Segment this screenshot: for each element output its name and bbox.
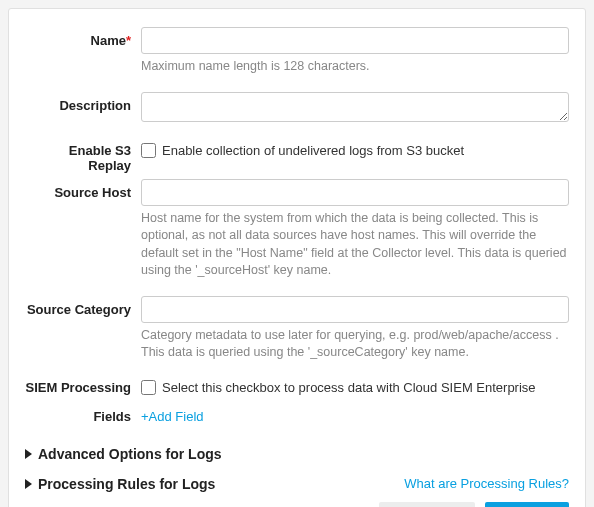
row-source-category: Source Category Category metadata to use…: [25, 296, 569, 372]
save-button[interactable]: Save: [485, 502, 569, 508]
source-category-input[interactable]: [141, 296, 569, 323]
label-name: Name*: [25, 27, 141, 48]
source-host-help: Host name for the system from which the …: [141, 210, 569, 280]
row-name: Name* Maximum name length is 128 charact…: [25, 27, 569, 86]
processing-rules-toggle[interactable]: Processing Rules for Logs: [25, 476, 215, 492]
label-description: Description: [25, 92, 141, 113]
processing-rules-row: Processing Rules for Logs What are Proce…: [25, 476, 569, 492]
siem-checkbox[interactable]: [141, 380, 156, 395]
source-host-input[interactable]: [141, 179, 569, 206]
advanced-options-toggle[interactable]: Advanced Options for Logs: [25, 446, 569, 462]
source-category-help: Category metadata to use later for query…: [141, 327, 569, 362]
s3replay-checkbox-label: Enable collection of undelivered logs fr…: [162, 143, 464, 158]
label-fields: Fields: [25, 405, 141, 424]
caret-right-icon: [25, 449, 32, 459]
cancel-button[interactable]: Cancel: [379, 502, 475, 508]
name-input[interactable]: [141, 27, 569, 54]
required-marker: *: [126, 33, 131, 48]
add-field-link[interactable]: +Add Field: [141, 409, 204, 424]
label-s3replay: Enable S3 Replay: [25, 141, 141, 173]
advanced-options-label: Advanced Options for Logs: [38, 446, 222, 462]
source-config-panel: Name* Maximum name length is 128 charact…: [8, 8, 586, 507]
s3replay-checkbox[interactable]: [141, 143, 156, 158]
label-siem: SIEM Processing: [25, 378, 141, 395]
label-source-category: Source Category: [25, 296, 141, 317]
processing-rules-label: Processing Rules for Logs: [38, 476, 215, 492]
siem-checkbox-label: Select this checkbox to process data wit…: [162, 380, 536, 395]
description-input[interactable]: [141, 92, 569, 122]
processing-rules-help-link[interactable]: What are Processing Rules?: [404, 476, 569, 491]
form-footer: Cancel Save: [25, 502, 569, 508]
row-siem: SIEM Processing Select this checkbox to …: [25, 378, 569, 399]
row-source-host: Source Host Host name for the system fro…: [25, 179, 569, 290]
row-fields: Fields +Add Field: [25, 405, 569, 428]
row-description: Description: [25, 92, 569, 135]
label-source-host: Source Host: [25, 179, 141, 200]
caret-right-icon: [25, 479, 32, 489]
row-s3replay: Enable S3 Replay Enable collection of un…: [25, 141, 569, 173]
name-help: Maximum name length is 128 characters.: [141, 58, 569, 76]
